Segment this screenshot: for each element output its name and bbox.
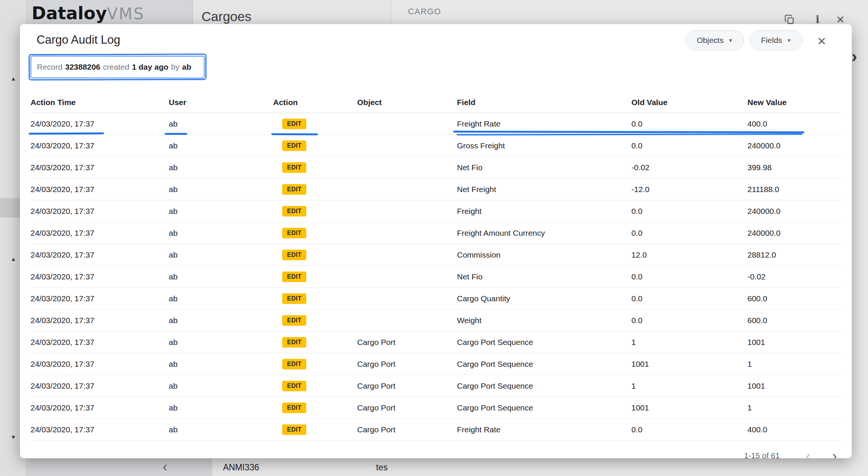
table-row[interactable]: 24/03/2020, 17:37 ab EDIT Freight Amount… — [31, 222, 841, 244]
table-row[interactable]: 24/03/2020, 17:37 ab EDIT Net Fio -0.02 … — [31, 157, 841, 178]
cell-action-time: 24/03/2020, 17:37 — [31, 294, 169, 303]
cell-field: Net Fio — [457, 163, 631, 172]
table-row[interactable]: 24/03/2020, 17:37 ab EDIT Cargo Port Car… — [31, 375, 841, 397]
cell-action-time: 24/03/2020, 17:37 — [31, 141, 169, 150]
record-created-word: created — [103, 63, 129, 72]
cell-action-time: 24/03/2020, 17:37 — [31, 207, 169, 216]
cell-user: ab — [169, 250, 273, 259]
cell-action: EDIT — [273, 424, 357, 435]
cell-user: ab — [169, 119, 273, 128]
table-row[interactable]: 24/03/2020, 17:37 ab EDIT Freight 0.0 24… — [31, 200, 841, 222]
pagination-prev-icon[interactable]: ‹ — [806, 448, 811, 458]
table-row[interactable]: 24/03/2020, 17:37 ab EDIT Net Freight -1… — [31, 178, 841, 200]
record-created-banner: Record 32388206 created 1 day ago by ab — [29, 54, 200, 80]
edit-action-badge: EDIT — [282, 403, 306, 413]
record-created-by: ab — [182, 63, 191, 72]
cell-action-time: 24/03/2020, 17:37 — [31, 338, 169, 347]
cell-object: Cargo Port — [357, 360, 457, 369]
pagination-range-label: 1-15 of 61 — [744, 451, 780, 458]
column-header-action-time: Action Time — [31, 98, 169, 107]
cell-field: Commission — [457, 250, 631, 259]
cell-new-value: 1 — [747, 360, 841, 369]
cell-action: EDIT — [273, 381, 357, 391]
table-row[interactable]: 24/03/2020, 17:37 ab EDIT Cargo Port Car… — [31, 353, 841, 375]
table-row[interactable]: 24/03/2020, 17:37 ab EDIT Weight 0.0 600… — [31, 310, 841, 331]
table-row[interactable]: 24/03/2020, 17:37 ab EDIT Cargo Port Fre… — [31, 419, 841, 441]
cell-user: ab — [169, 316, 273, 325]
cell-action: EDIT — [273, 315, 357, 326]
cell-field: Net Fio — [457, 272, 631, 281]
record-id: 32388206 — [65, 63, 100, 72]
cell-old-value: 0.0 — [631, 425, 747, 434]
cell-action: EDIT — [273, 228, 357, 238]
cell-new-value: -0.02 — [747, 272, 841, 281]
cell-new-value: 28812.0 — [747, 250, 841, 259]
record-created-ago: 1 day ago — [132, 63, 168, 72]
cell-action-time: 24/03/2020, 17:37 — [31, 381, 169, 391]
column-header-object: Object — [357, 98, 457, 107]
dialog-close-icon[interactable]: ✕ — [814, 34, 829, 49]
edit-action-badge: EDIT — [282, 228, 306, 238]
cell-action-time: 24/03/2020, 17:37 — [31, 119, 169, 128]
table-row[interactable]: 24/03/2020, 17:37 ab EDIT Freight Rate 0… — [31, 113, 841, 135]
cell-user: ab — [169, 360, 273, 369]
cell-user: ab — [169, 294, 273, 303]
cell-action-time: 24/03/2020, 17:37 — [31, 185, 169, 194]
edit-action-badge: EDIT — [282, 315, 306, 326]
cell-object: Cargo Port — [357, 425, 457, 434]
cell-field: Weight — [457, 316, 631, 325]
table-row[interactable]: 24/03/2020, 17:37 ab EDIT Gross Freight … — [31, 135, 841, 157]
table-row[interactable]: 24/03/2020, 17:37 ab EDIT Commission 12.… — [31, 244, 841, 266]
fields-button-label: Fields — [761, 36, 782, 45]
cell-new-value: 400.0 — [747, 425, 841, 434]
cell-field: Cargo Port Sequence — [457, 403, 631, 412]
cell-action-time: 24/03/2020, 17:37 — [31, 229, 169, 238]
edit-action-badge: EDIT — [282, 119, 306, 129]
cell-new-value: 240000.0 — [747, 141, 841, 150]
edit-action-badge: EDIT — [282, 250, 306, 260]
cell-user: ab — [169, 185, 273, 194]
cell-new-value: 211188.0 — [747, 185, 841, 194]
cell-old-value: 12.0 — [631, 250, 747, 259]
edit-action-badge: EDIT — [282, 162, 306, 173]
cell-action: EDIT — [273, 403, 357, 413]
objects-filter-button[interactable]: Objects ▼ — [686, 30, 744, 50]
cargo-audit-log-dialog: Cargo Audit Log Objects ▼ Fields ▼ ✕ Rec… — [20, 24, 852, 458]
cell-old-value: 0.0 — [631, 229, 747, 238]
chevron-down-icon: ▼ — [787, 38, 792, 43]
pagination-next-icon[interactable]: › — [832, 448, 837, 458]
cell-action: EDIT — [273, 162, 357, 173]
cell-user: ab — [169, 272, 273, 281]
cell-user: ab — [169, 425, 273, 434]
edit-action-badge: EDIT — [282, 424, 306, 435]
cell-user: ab — [169, 381, 273, 391]
cell-field: Cargo Port Sequence — [457, 360, 631, 369]
cell-action: EDIT — [273, 206, 357, 217]
table-row[interactable]: 24/03/2020, 17:37 ab EDIT Cargo Port Car… — [31, 331, 841, 353]
cell-action-time: 24/03/2020, 17:37 — [31, 425, 169, 434]
cell-action-time: 24/03/2020, 17:37 — [31, 272, 169, 281]
edit-action-badge: EDIT — [282, 140, 306, 151]
cell-old-value: 0.0 — [631, 119, 747, 128]
audit-table-body: 24/03/2020, 17:37 ab EDIT Freight Rate 0… — [31, 113, 841, 441]
column-header-action: Action — [273, 98, 357, 107]
cell-object: Cargo Port — [357, 338, 457, 347]
column-header-new-value: New Value — [747, 98, 841, 107]
cell-field: Freight Rate — [457, 425, 631, 434]
cell-field: Cargo Port Sequence — [457, 381, 631, 391]
edit-action-badge: EDIT — [282, 359, 306, 369]
fields-filter-button[interactable]: Fields ▼ — [750, 30, 803, 50]
audit-table-header: Action TimeUserActionObjectFieldOld Valu… — [31, 92, 841, 113]
cell-action-time: 24/03/2020, 17:37 — [31, 403, 169, 412]
cell-new-value: 399.98 — [747, 163, 841, 172]
cell-old-value: 0.0 — [631, 316, 747, 325]
table-row[interactable]: 24/03/2020, 17:37 ab EDIT Cargo Quantity… — [31, 288, 841, 310]
table-row[interactable]: 24/03/2020, 17:37 ab EDIT Net Fio 0.0 -0… — [31, 266, 841, 288]
cell-user: ab — [169, 403, 273, 412]
cell-new-value: 1001 — [747, 381, 841, 391]
objects-button-label: Objects — [697, 36, 723, 45]
table-row[interactable]: 24/03/2020, 17:37 ab EDIT Cargo Port Car… — [31, 397, 841, 419]
dialog-title: Cargo Audit Log — [37, 33, 120, 47]
edit-action-badge: EDIT — [282, 293, 306, 304]
cell-new-value: 600.0 — [747, 294, 841, 303]
